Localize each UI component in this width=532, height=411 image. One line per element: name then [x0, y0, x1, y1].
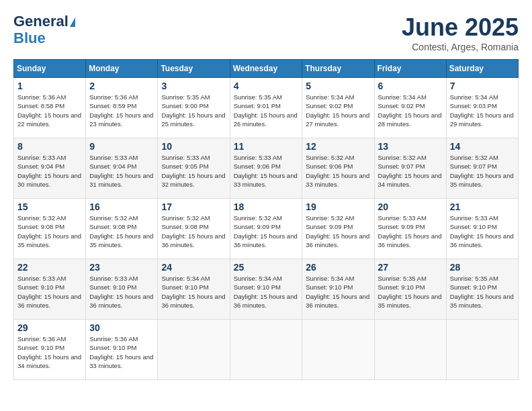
table-row [446, 320, 518, 380]
day-info: Sunrise: 5:32 AM Sunset: 9:06 PM Dayligh… [306, 153, 370, 189]
table-row: 4 Sunrise: 5:35 AM Sunset: 9:01 PM Dayli… [230, 78, 302, 138]
table-row: 9 Sunrise: 5:33 AM Sunset: 9:04 PM Dayli… [86, 138, 158, 199]
day-number: 1 [17, 81, 82, 91]
day-number: 13 [378, 141, 443, 152]
day-info: Sunrise: 5:36 AM Sunset: 9:10 PM Dayligh… [89, 334, 154, 370]
col-saturday: Saturday [446, 60, 518, 78]
table-row: 6 Sunrise: 5:34 AM Sunset: 9:02 PM Dayli… [374, 78, 446, 138]
day-info: Sunrise: 5:33 AM Sunset: 9:05 PM Dayligh… [161, 153, 226, 189]
table-row: 2 Sunrise: 5:36 AM Sunset: 8:59 PM Dayli… [86, 78, 158, 138]
month-title: June 2025 [402, 13, 519, 42]
day-info: Sunrise: 5:32 AM Sunset: 9:07 PM Dayligh… [450, 153, 515, 189]
day-number: 2 [89, 81, 154, 91]
day-info: Sunrise: 5:35 AM Sunset: 9:10 PM Dayligh… [450, 274, 515, 310]
table-row: 10 Sunrise: 5:33 AM Sunset: 9:05 PM Dayl… [158, 138, 230, 199]
col-sunday: Sunday [14, 60, 86, 78]
title-area: June 2025 Contesti, Arges, Romania [402, 13, 519, 52]
table-row: 28 Sunrise: 5:35 AM Sunset: 9:10 PM Dayl… [446, 259, 518, 320]
day-info: Sunrise: 5:34 AM Sunset: 9:10 PM Dayligh… [161, 274, 226, 310]
table-row: 1 Sunrise: 5:36 AM Sunset: 8:58 PM Dayli… [14, 78, 86, 138]
day-info: Sunrise: 5:32 AM Sunset: 9:07 PM Dayligh… [378, 153, 443, 189]
col-friday: Friday [374, 60, 446, 78]
day-number: 8 [17, 141, 82, 152]
day-number: 20 [378, 201, 443, 212]
col-thursday: Thursday [302, 60, 374, 78]
day-number: 29 [17, 322, 82, 333]
calendar-table: Sunday Monday Tuesday Wednesday Thursday… [13, 59, 519, 380]
day-info: Sunrise: 5:34 AM Sunset: 9:10 PM Dayligh… [306, 274, 370, 310]
table-row [374, 320, 446, 380]
day-number: 6 [378, 81, 443, 91]
day-info: Sunrise: 5:34 AM Sunset: 9:02 PM Dayligh… [306, 93, 370, 128]
day-info: Sunrise: 5:34 AM Sunset: 9:02 PM Dayligh… [378, 93, 443, 128]
day-number: 18 [234, 201, 299, 212]
day-number: 10 [161, 141, 226, 152]
day-number: 22 [17, 262, 82, 273]
table-row: 17 Sunrise: 5:32 AM Sunset: 9:08 PM Dayl… [158, 199, 230, 259]
day-info: Sunrise: 5:36 AM Sunset: 8:59 PM Dayligh… [89, 93, 154, 128]
day-number: 30 [89, 322, 154, 333]
table-row: 24 Sunrise: 5:34 AM Sunset: 9:10 PM Dayl… [158, 259, 230, 320]
day-number: 24 [161, 262, 226, 273]
day-number: 21 [450, 201, 515, 212]
table-row: 13 Sunrise: 5:32 AM Sunset: 9:07 PM Dayl… [374, 138, 446, 199]
logo-blue: Blue [13, 30, 46, 47]
day-info: Sunrise: 5:33 AM Sunset: 9:04 PM Dayligh… [89, 153, 154, 189]
day-info: Sunrise: 5:32 AM Sunset: 9:08 PM Dayligh… [89, 214, 154, 249]
day-info: Sunrise: 5:35 AM Sunset: 9:10 PM Dayligh… [378, 274, 443, 310]
table-row [158, 320, 230, 380]
col-wednesday: Wednesday [230, 60, 302, 78]
day-number: 17 [161, 201, 226, 212]
day-info: Sunrise: 5:35 AM Sunset: 9:00 PM Dayligh… [161, 93, 226, 128]
day-number: 11 [234, 141, 299, 152]
table-row: 23 Sunrise: 5:33 AM Sunset: 9:10 PM Dayl… [86, 259, 158, 320]
day-number: 12 [306, 141, 370, 152]
table-row: 3 Sunrise: 5:35 AM Sunset: 9:00 PM Dayli… [158, 78, 230, 138]
table-row: 12 Sunrise: 5:32 AM Sunset: 9:06 PM Dayl… [302, 138, 374, 199]
day-info: Sunrise: 5:33 AM Sunset: 9:09 PM Dayligh… [378, 214, 443, 249]
location: Contesti, Arges, Romania [402, 42, 519, 52]
table-row: 11 Sunrise: 5:33 AM Sunset: 9:06 PM Dayl… [230, 138, 302, 199]
table-row [302, 320, 374, 380]
day-number: 27 [378, 262, 443, 273]
day-info: Sunrise: 5:33 AM Sunset: 9:10 PM Dayligh… [89, 274, 154, 310]
day-number: 16 [89, 201, 154, 212]
day-info: Sunrise: 5:33 AM Sunset: 9:10 PM Dayligh… [450, 214, 515, 249]
day-number: 28 [450, 262, 515, 273]
table-row: 22 Sunrise: 5:33 AM Sunset: 9:10 PM Dayl… [14, 259, 86, 320]
table-row: 30 Sunrise: 5:36 AM Sunset: 9:10 PM Dayl… [86, 320, 158, 380]
table-row: 7 Sunrise: 5:34 AM Sunset: 9:03 PM Dayli… [446, 78, 518, 138]
day-info: Sunrise: 5:35 AM Sunset: 9:01 PM Dayligh… [234, 93, 299, 128]
day-number: 3 [161, 81, 226, 91]
day-info: Sunrise: 5:32 AM Sunset: 9:09 PM Dayligh… [234, 214, 299, 249]
day-number: 7 [450, 81, 515, 91]
day-info: Sunrise: 5:33 AM Sunset: 9:10 PM Dayligh… [17, 274, 82, 310]
table-row: 26 Sunrise: 5:34 AM Sunset: 9:10 PM Dayl… [302, 259, 374, 320]
day-number: 26 [306, 262, 370, 273]
day-info: Sunrise: 5:34 AM Sunset: 9:03 PM Dayligh… [450, 93, 515, 128]
table-row: 25 Sunrise: 5:34 AM Sunset: 9:10 PM Dayl… [230, 259, 302, 320]
day-info: Sunrise: 5:32 AM Sunset: 9:09 PM Dayligh… [306, 214, 370, 249]
day-number: 14 [450, 141, 515, 152]
day-number: 23 [89, 262, 154, 273]
day-info: Sunrise: 5:33 AM Sunset: 9:04 PM Dayligh… [17, 153, 82, 189]
table-row: 8 Sunrise: 5:33 AM Sunset: 9:04 PM Dayli… [14, 138, 86, 199]
table-row: 14 Sunrise: 5:32 AM Sunset: 9:07 PM Dayl… [446, 138, 518, 199]
table-row [230, 320, 302, 380]
table-row: 5 Sunrise: 5:34 AM Sunset: 9:02 PM Dayli… [302, 78, 374, 138]
day-info: Sunrise: 5:32 AM Sunset: 9:08 PM Dayligh… [161, 214, 226, 249]
day-number: 5 [306, 81, 370, 91]
day-info: Sunrise: 5:36 AM Sunset: 9:10 PM Dayligh… [17, 334, 82, 370]
table-row: 19 Sunrise: 5:32 AM Sunset: 9:09 PM Dayl… [302, 199, 374, 259]
table-row: 20 Sunrise: 5:33 AM Sunset: 9:09 PM Dayl… [374, 199, 446, 259]
day-info: Sunrise: 5:33 AM Sunset: 9:06 PM Dayligh… [234, 153, 299, 189]
day-number: 25 [234, 262, 299, 273]
table-row: 27 Sunrise: 5:35 AM Sunset: 9:10 PM Dayl… [374, 259, 446, 320]
logo: General Blue [13, 13, 77, 47]
day-info: Sunrise: 5:36 AM Sunset: 8:58 PM Dayligh… [17, 93, 82, 128]
table-row: 18 Sunrise: 5:32 AM Sunset: 9:09 PM Dayl… [230, 199, 302, 259]
page-header: General Blue June 2025 Contesti, Arges, … [13, 13, 519, 52]
table-row: 16 Sunrise: 5:32 AM Sunset: 9:08 PM Dayl… [86, 199, 158, 259]
day-number: 19 [306, 201, 370, 212]
logo-name: General [13, 13, 77, 30]
